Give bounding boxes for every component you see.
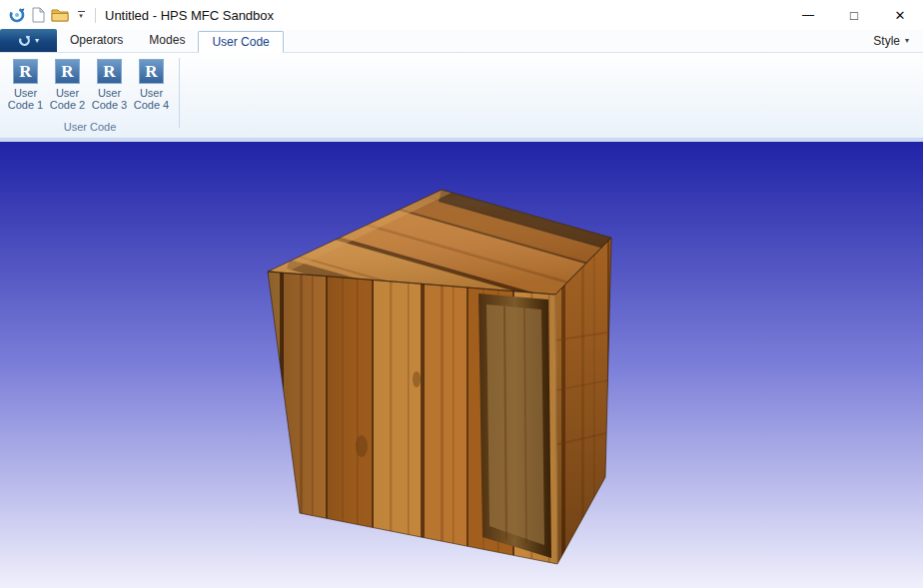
user-code-3-button[interactable]: R User Code 3 (89, 56, 130, 120)
button-label-line1: User (140, 87, 163, 99)
app-logo-icon (8, 6, 26, 24)
style-button-label: Style (873, 34, 900, 48)
maximize-button[interactable]: □ (831, 0, 877, 30)
ribbon-tab-row: ▾ Operators Modes User Code Style ▾ (0, 30, 923, 53)
button-label-line2: Code 2 (50, 99, 85, 111)
ribbon-group-user-code: R User Code 1 R User Code 2 R User Code … (0, 53, 180, 137)
button-label-line2: Code 4 (134, 99, 169, 111)
user-code-2-button[interactable]: R User Code 2 (47, 56, 88, 120)
new-document-icon[interactable] (32, 7, 45, 23)
title-bar: ▾ Untitled - HPS MFC Sandbox — □ ✕ (0, 0, 923, 30)
app-logo-small-icon (18, 34, 31, 47)
application-button[interactable]: ▾ (0, 29, 57, 52)
tab-operators[interactable]: Operators (57, 30, 136, 52)
user-code-4-button[interactable]: R User Code 4 (131, 56, 172, 120)
r-icon: R (139, 59, 164, 84)
ribbon-body: R User Code 1 R User Code 2 R User Code … (0, 53, 923, 137)
button-label-line2: Code 1 (8, 99, 43, 111)
r-icon: R (97, 59, 122, 84)
group-separator (179, 58, 180, 128)
style-button[interactable]: Style ▾ (867, 30, 915, 52)
viewport[interactable] (0, 142, 923, 588)
tab-modes[interactable]: Modes (136, 30, 198, 52)
r-icon: R (13, 59, 38, 84)
user-code-1-button[interactable]: R User Code 1 (5, 56, 46, 120)
button-label-line1: User (14, 87, 37, 99)
button-label-line2: Code 3 (92, 99, 127, 111)
group-label: User Code (0, 120, 180, 136)
ribbon-group-buttons: R User Code 1 R User Code 2 R User Code … (0, 53, 180, 120)
scene-canvas[interactable] (0, 142, 923, 588)
window-title: Untitled - HPS MFC Sandbox (105, 8, 274, 23)
button-label-line1: User (56, 87, 79, 99)
titlebar-divider (95, 8, 96, 23)
close-button[interactable]: ✕ (877, 0, 923, 30)
minimize-button[interactable]: — (785, 0, 831, 30)
app-window: ▾ Untitled - HPS MFC Sandbox — □ ✕ ▾ Ope… (0, 0, 923, 588)
open-folder-icon[interactable] (51, 8, 69, 22)
r-icon: R (55, 59, 80, 84)
chevron-down-icon: ▾ (35, 37, 39, 45)
chevron-down-icon: ▾ (905, 37, 909, 45)
tab-user-code[interactable]: User Code (198, 31, 283, 53)
quick-access-dropdown-icon[interactable]: ▾ (75, 11, 87, 19)
button-label-line1: User (98, 87, 121, 99)
